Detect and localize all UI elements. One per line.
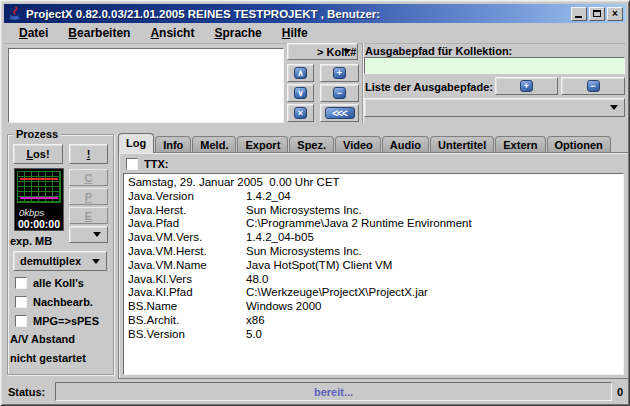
log-row: BS.Version5.0: [128, 328, 619, 342]
minimize-icon: [575, 16, 582, 18]
start-button[interactable]: Los!: [13, 144, 63, 164]
mpg-spes-label: MPG=>sPES: [33, 315, 99, 327]
collection-up-button[interactable]: ∧: [287, 64, 314, 82]
log-row: Java.Version1.4.2_04: [128, 190, 619, 204]
bitrate-monitor: 0kbps 00:00:00: [14, 168, 64, 231]
mini-dropdown[interactable]: [69, 226, 108, 243]
e-button[interactable]: E: [69, 207, 108, 224]
chevron-down-box-icon: ∨: [294, 87, 307, 99]
tab-extern[interactable]: Extern: [495, 136, 545, 153]
log-row: Java.VM.Herst.Sun Microsystems Inc.: [128, 245, 619, 259]
menubar: Datei Bearbeiten Ansicht Sprache Hilfe: [4, 23, 626, 44]
rewind-icon: <<<: [325, 107, 355, 119]
start-button-label: Los!: [26, 148, 49, 160]
tab-log[interactable]: Log: [118, 133, 154, 153]
output-list-combobox[interactable]: [364, 98, 625, 117]
tab-untertitel[interactable]: Untertitel: [430, 136, 494, 153]
log-row: Java.Kl.PfadC:\Werkzeuge\ProjectX\Projec…: [128, 286, 619, 300]
log-header-line: Samstag, 29. Januar 2005 0.00 Uhr CET: [128, 176, 619, 190]
menu-sprache[interactable]: Sprache: [205, 24, 270, 43]
mpg-spes-checkbox[interactable]: [15, 315, 27, 327]
c-button[interactable]: C: [69, 169, 108, 186]
window-title: ProjectX 0.82.0.03/21.01.2005 REINES TES…: [26, 8, 571, 20]
log-row: BS.NameWindows 2000: [128, 300, 619, 314]
output-list-add-button[interactable]: +: [495, 77, 558, 95]
ttx-checkbox[interactable]: [126, 158, 138, 170]
chevron-down-icon: [92, 259, 100, 264]
bitrate-graph: [17, 171, 61, 203]
ttx-row: TTX:: [126, 157, 168, 170]
all-colls-row: alle Koll's: [15, 276, 84, 289]
chevron-down-icon: [610, 105, 618, 110]
tab-spez[interactable]: Spez.: [289, 136, 334, 153]
postprocess-checkbox[interactable]: [15, 296, 27, 308]
log-row: Java.PfadC:\Programme\Java 2 Runtime Env…: [128, 217, 619, 231]
chevron-up-icon: ∧: [294, 67, 307, 79]
log-row: Java.Kl.Vers48.0: [128, 273, 619, 287]
plus-icon: +: [333, 67, 346, 79]
close-x-icon: ×: [294, 107, 307, 119]
graph-line-magenta: [20, 197, 58, 199]
menu-hilfe[interactable]: Hilfe: [273, 24, 317, 43]
progress-bar: bereit...: [55, 382, 612, 401]
all-colls-checkbox[interactable]: [15, 277, 27, 289]
menu-datei[interactable]: Datei: [10, 24, 57, 43]
tab-audio[interactable]: Audio: [382, 136, 429, 153]
mode-selected-value: demultiplex: [14, 255, 92, 267]
tab-export[interactable]: Export: [237, 136, 288, 153]
postprocess-label: Nachbearb.: [33, 296, 93, 308]
graph-line-red: [20, 178, 58, 180]
file-list[interactable]: [8, 48, 284, 123]
p-button-label: P: [85, 191, 92, 203]
close-icon: ×: [612, 9, 618, 19]
collection-add-button[interactable]: +: [320, 64, 359, 82]
bitrate-value: 0kbps: [19, 207, 44, 218]
tab-optionen[interactable]: Optionen: [547, 136, 611, 153]
projectx-window: ProjectX 0.82.0.03/21.01.2005 REINES TES…: [0, 0, 630, 406]
p-button[interactable]: P: [69, 188, 108, 205]
menu-ansicht[interactable]: Ansicht: [141, 24, 203, 43]
minimize-button[interactable]: [571, 7, 587, 21]
log-row: BS.Archit.x86: [128, 314, 619, 328]
tab-info[interactable]: Info: [155, 136, 191, 153]
expected-mb-label: exp. MB: [10, 235, 52, 247]
ttx-label: TTX:: [144, 158, 168, 170]
alert-button[interactable]: !: [69, 144, 108, 164]
progress-text: bereit...: [314, 386, 353, 398]
maximize-icon: [593, 10, 601, 17]
process-panel-title: Prozess: [13, 128, 61, 140]
log-textarea[interactable]: Samstag, 29. Januar 2005 0.00 Uhr CET Ja…: [123, 173, 624, 375]
postprocess-row: Nachbearb.: [15, 295, 93, 308]
alert-button-label: !: [87, 148, 91, 160]
plus-icon: +: [520, 80, 533, 92]
tab-bar: Log Info Meld. Export Spez. Video Audio …: [118, 133, 629, 153]
java-logo-icon: [7, 6, 22, 21]
collection-remove-button[interactable]: −: [320, 84, 359, 102]
log-row: Java.Herst.Sun Microsystems Inc.: [128, 204, 619, 218]
log-row: Java.VM.Vers.1.4.2_04-b05: [128, 231, 619, 245]
tab-video[interactable]: Video: [335, 136, 381, 153]
koll-number-label: > Koll.#: [317, 46, 356, 58]
close-button[interactable]: ×: [607, 7, 623, 21]
elapsed-time: 00:00:00: [18, 218, 60, 230]
titlebar[interactable]: ProjectX 0.82.0.03/21.01.2005 REINES TES…: [4, 4, 626, 23]
minus-icon: −: [587, 80, 600, 92]
output-list-remove-button[interactable]: −: [561, 77, 625, 95]
mode-combobox[interactable]: demultiplex: [13, 251, 107, 271]
c-button-label: C: [85, 172, 93, 184]
collection-close-button[interactable]: ×: [287, 104, 314, 122]
output-path-input[interactable]: [364, 57, 625, 74]
menu-bearbeiten[interactable]: Bearbeiten: [59, 24, 139, 43]
status-counter: 0: [617, 386, 623, 398]
collection-down-button[interactable]: ∨: [287, 84, 314, 102]
all-colls-label: alle Koll's: [33, 277, 84, 289]
av-distance-label: A/V Abstand: [10, 333, 75, 345]
collection-back-button[interactable]: <<<: [320, 104, 359, 122]
mpg-spes-row: MPG=>sPES: [15, 314, 99, 327]
chevron-down-icon: [93, 232, 101, 237]
output-list-label: Liste der Ausgabepfade:: [365, 81, 493, 93]
minus-icon: −: [333, 87, 346, 99]
tab-meld[interactable]: Meld.: [192, 136, 236, 153]
maximize-button[interactable]: [589, 7, 605, 21]
e-button-label: E: [85, 210, 92, 222]
